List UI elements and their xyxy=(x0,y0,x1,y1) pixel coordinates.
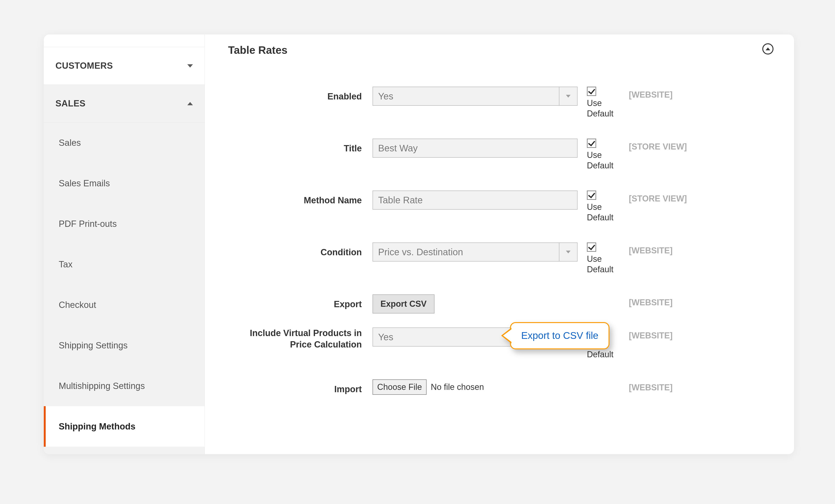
row-export: Export Export CSV [WEBSITE] xyxy=(228,294,780,314)
submenu-sales: Sales Sales Emails PDF Print-outs Tax Ch… xyxy=(44,123,205,454)
row-import: Import Choose File No file chosen [WEBSI… xyxy=(228,379,780,395)
method-name-input[interactable]: Table Rate xyxy=(372,190,577,210)
row-condition: Condition Price vs. Destination Use Defa… xyxy=(228,243,780,275)
form-rows: Enabled Yes Use Default [WEBSITE] Title xyxy=(228,87,780,395)
label-import: Import xyxy=(228,379,372,395)
label-condition: Condition xyxy=(228,243,372,258)
sidebar-item-shipping-methods[interactable]: Shipping Methods xyxy=(44,406,205,447)
main-content: Table Rates Enabled Yes Use Default [WEB… xyxy=(205,35,794,454)
config-panel: CUSTOMERS SALES Sales Sales Emails PDF P… xyxy=(44,35,794,454)
chevron-down-icon xyxy=(187,64,193,67)
sidebar-item-pdf-print-outs[interactable]: PDF Print-outs xyxy=(44,204,205,244)
include-virtual-select[interactable]: Yes xyxy=(372,328,577,346)
chevron-up-icon xyxy=(766,47,770,50)
sidebar-item-sales-emails[interactable]: Sales Emails xyxy=(44,163,205,204)
menu-sales-label: SALES xyxy=(56,99,85,108)
section-title: Table Rates xyxy=(228,44,780,56)
scope-enabled: [WEBSITE] xyxy=(629,87,780,100)
choose-file-button[interactable]: Choose File xyxy=(372,379,427,395)
sidebar-item-sales[interactable]: Sales xyxy=(44,123,205,163)
scope-condition: [WEBSITE] xyxy=(629,243,780,255)
enabled-select[interactable]: Yes xyxy=(372,87,577,106)
sidebar-item-tax[interactable]: Tax xyxy=(44,244,205,285)
label-method-name: Method Name xyxy=(228,190,372,206)
scope-title: [STORE VIEW] xyxy=(629,139,780,152)
dropdown-arrow-icon xyxy=(559,328,577,346)
sidebar-item-multishipping-settings[interactable]: Multishipping Settings xyxy=(44,366,205,406)
row-include-virtual: Include Virtual Products in Price Calcul… xyxy=(228,328,780,360)
dropdown-arrow-icon xyxy=(559,87,577,105)
title-input[interactable]: Best Way xyxy=(372,139,577,158)
scope-import: [WEBSITE] xyxy=(629,379,780,393)
menu-customers-label: CUSTOMERS xyxy=(56,61,113,71)
sidebar-item-checkout[interactable]: Checkout xyxy=(44,285,205,325)
use-default-title-checkbox[interactable] xyxy=(587,139,596,148)
label-enabled: Enabled xyxy=(228,87,372,102)
label-title: Title xyxy=(228,139,372,154)
use-default-condition-checkbox[interactable] xyxy=(587,243,596,252)
menu-sales[interactable]: SALES xyxy=(44,85,205,123)
label-include-virtual: Include Virtual Products in Price Calcul… xyxy=(228,328,372,351)
dropdown-arrow-icon xyxy=(559,243,577,261)
file-status-text: No file chosen xyxy=(431,382,484,392)
condition-select[interactable]: Price vs. Destination xyxy=(372,243,577,261)
use-default-label: Use Default xyxy=(587,98,629,119)
scope-include-virtual: [WEBSITE] xyxy=(629,328,780,340)
row-enabled: Enabled Yes Use Default [WEBSITE] xyxy=(228,87,780,119)
export-csv-button[interactable]: Export CSV xyxy=(372,294,434,314)
scope-method-name: [STORE VIEW] xyxy=(629,190,780,204)
row-method-name: Method Name Table Rate Use Default [STOR… xyxy=(228,190,780,223)
label-export: Export xyxy=(228,294,372,310)
row-title: Title Best Way Use Default [STORE VIEW] xyxy=(228,139,780,171)
use-default-enabled-checkbox[interactable] xyxy=(587,87,596,96)
use-default-include-virtual-checkbox[interactable] xyxy=(587,328,596,337)
sidebar-item-shipping-settings[interactable]: Shipping Settings xyxy=(44,325,205,366)
collapse-section-button[interactable] xyxy=(762,43,773,55)
menu-customers[interactable]: CUSTOMERS xyxy=(44,47,205,85)
use-default-method-name-checkbox[interactable] xyxy=(587,190,596,200)
scope-export: [WEBSITE] xyxy=(629,294,780,308)
sidebar: CUSTOMERS SALES Sales Sales Emails PDF P… xyxy=(44,35,205,454)
chevron-up-icon xyxy=(187,102,193,105)
